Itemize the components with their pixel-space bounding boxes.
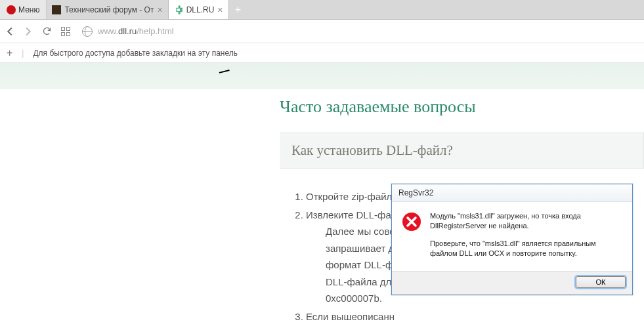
tab-active[interactable]: DLL.RU × (169, 0, 229, 19)
watermark: Lehnari.ru (368, 325, 522, 328)
back-button[interactable] (5, 27, 14, 36)
reload-button[interactable] (42, 26, 52, 36)
favicon-icon (52, 5, 61, 14)
tab-label: Технический форум - От (64, 5, 154, 14)
forward-button[interactable] (24, 27, 33, 36)
error-dialog: RegSvr32 Модуль "msls31.dll" загружен, н… (391, 184, 633, 295)
globe-icon (82, 26, 93, 37)
bookmark-hint: Для быстрого доступа добавьте закладки н… (33, 49, 238, 58)
dialog-message: Модуль "msls31.dll" загружен, но точка в… (430, 211, 623, 266)
menu-label: Меню (18, 5, 39, 14)
address-bar[interactable]: www.dll.ru/help.html (77, 26, 639, 37)
error-icon (401, 211, 422, 232)
ok-button[interactable]: ОК (576, 276, 626, 288)
bookmarks-bar: + | Для быстрого доступа добавьте заклад… (0, 43, 644, 63)
gear-icon (174, 5, 183, 14)
menu-button[interactable]: Меню (0, 0, 47, 19)
separator: | (22, 49, 24, 58)
list-item: Если вышеописанн (306, 308, 644, 325)
tab-label: DLL.RU (186, 5, 215, 14)
tab-inactive[interactable]: Технический форум - От × (47, 0, 168, 19)
tab-bar: Меню Технический форум - От × DLL.RU × + (0, 0, 644, 20)
toolbar: www.dll.ru/help.html (0, 20, 644, 43)
page-title: Часто задаваемые вопросы (280, 97, 644, 117)
opera-icon (7, 5, 16, 14)
speed-dial-button[interactable] (61, 27, 70, 36)
close-icon[interactable]: × (157, 5, 162, 15)
faq-question[interactable]: Как установить DLL-файл? (280, 133, 644, 169)
close-icon[interactable]: × (217, 5, 223, 15)
dialog-title[interactable]: RegSvr32 (392, 184, 632, 202)
nav-controls (5, 26, 70, 36)
new-tab-button[interactable]: + (229, 0, 247, 19)
url-text: www.dll.ru/help.html (98, 26, 174, 36)
add-bookmark-button[interactable]: + (7, 47, 12, 59)
